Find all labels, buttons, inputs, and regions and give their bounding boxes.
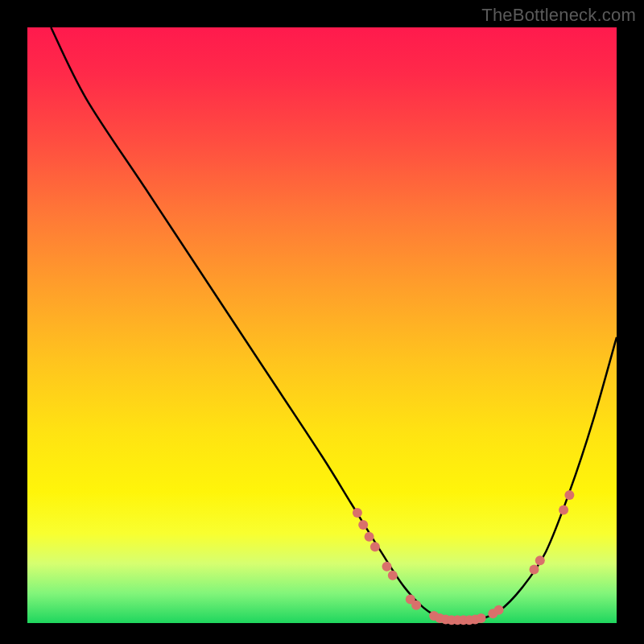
data-marker bbox=[353, 508, 362, 518]
data-marker bbox=[535, 555, 545, 565]
data-marker bbox=[370, 542, 380, 551]
chart-frame: TheBottleneck.com bbox=[0, 0, 644, 644]
curve-path bbox=[51, 27, 617, 621]
data-marker bbox=[559, 505, 568, 514]
data-marker bbox=[388, 571, 398, 580]
data-marker bbox=[494, 605, 504, 615]
data-marker bbox=[530, 564, 539, 574]
data-marker bbox=[477, 613, 486, 623]
data-marker bbox=[411, 601, 421, 610]
data-marker bbox=[358, 520, 368, 530]
watermark-text: TheBottleneck.com bbox=[481, 5, 636, 26]
data-marker bbox=[382, 562, 392, 572]
curve-svg bbox=[27, 27, 617, 623]
data-marker bbox=[564, 490, 574, 500]
data-marker bbox=[365, 532, 374, 542]
plot-area bbox=[27, 27, 617, 623]
